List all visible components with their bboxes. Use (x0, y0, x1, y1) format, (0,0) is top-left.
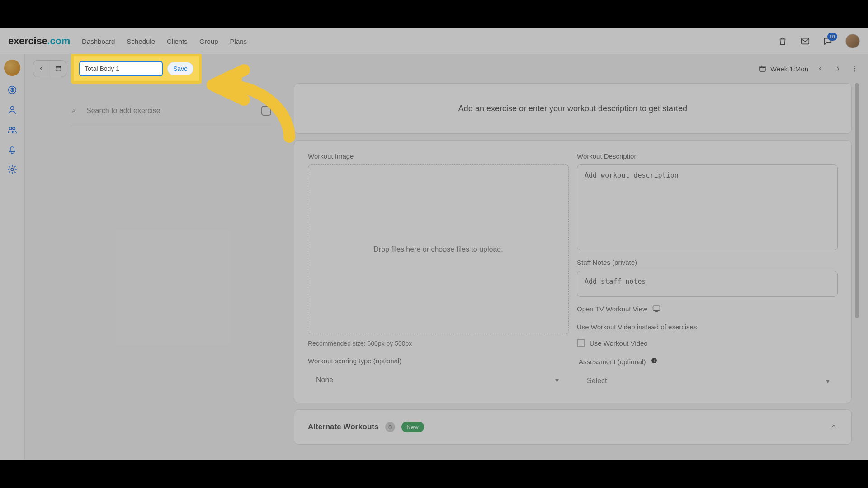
dropzone-text: Drop files here or choose files to uploa… (373, 245, 503, 253)
scoring-type-label: Workout scoring type (optional) (308, 357, 567, 365)
use-workout-video-label: Use Workout Video (590, 339, 648, 347)
rail-settings-icon[interactable] (6, 164, 18, 175)
workout-image-label: Workout Image (308, 152, 569, 160)
staff-notes-input[interactable] (577, 271, 838, 297)
svg-point-5 (11, 168, 14, 171)
assessment-select[interactable]: Select ▾ (579, 371, 838, 391)
staff-notes-label: Staff Notes (private) (577, 258, 838, 266)
top-navigation: exercise.com Dashboard Schedule Clients … (0, 28, 868, 54)
scoring-type-select[interactable]: None ▾ (308, 370, 567, 390)
svg-point-9 (854, 68, 855, 69)
exercise-search-pane: A Search to add exercise (25, 83, 285, 460)
use-workout-video-checkbox[interactable] (577, 339, 585, 347)
mail-icon[interactable] (800, 36, 810, 46)
scrollbar[interactable] (854, 83, 860, 460)
editor-toolbar: Save Week 1:Mon (25, 54, 868, 83)
alternate-count-badge: 0 (385, 422, 395, 432)
chat-icon[interactable]: 10 (823, 36, 833, 46)
scrollbar-thumb[interactable] (855, 83, 859, 318)
nav-clients[interactable]: Clients (167, 38, 188, 45)
sort-indicator: A (70, 108, 77, 114)
video-section-label: Use Workout Video instead of exercises (577, 323, 838, 331)
image-size-hint: Recommended size: 600px by 500px (308, 340, 569, 347)
prev-day-button[interactable] (33, 61, 50, 77)
intro-card: Add an exercise or enter your workout de… (294, 83, 852, 134)
svg-point-4 (13, 127, 15, 130)
rail-profile-icon[interactable] (6, 104, 18, 116)
workout-description-input[interactable] (577, 164, 838, 250)
svg-point-8 (854, 66, 855, 67)
alternate-workouts-title: Alternate Workouts (308, 422, 379, 432)
user-avatar[interactable] (845, 34, 860, 48)
svg-point-2 (10, 107, 14, 110)
new-badge: New (401, 422, 424, 432)
week-selector[interactable]: Week 1:Mon (759, 65, 808, 73)
nav-schedule[interactable]: Schedule (127, 38, 155, 45)
tv-view-label: Open TV Workout View (577, 305, 647, 313)
workout-details-card: Workout Image Drop files here or choose … (294, 140, 852, 403)
rail-billing-icon[interactable] (6, 84, 18, 96)
editor-body: A Search to add exercise Add an exercise… (25, 83, 860, 460)
svg-point-10 (854, 70, 855, 71)
workout-image-dropzone[interactable]: Drop files here or choose files to uploa… (308, 164, 569, 334)
save-button[interactable]: Save (167, 62, 193, 75)
shopping-bag-icon[interactable] (778, 36, 788, 46)
prev-week-button[interactable] (816, 64, 826, 74)
info-icon[interactable] (651, 357, 658, 364)
tv-icon[interactable] (652, 304, 661, 313)
svg-rect-6 (56, 66, 61, 71)
calendar-button[interactable] (50, 61, 66, 77)
rail-group-icon[interactable] (6, 124, 18, 136)
caret-down-icon: ▾ (555, 376, 559, 385)
alternate-workouts-card[interactable]: Alternate Workouts 0 New (294, 409, 852, 445)
scoring-type-value: None (316, 376, 333, 384)
workout-name-input[interactable] (79, 61, 163, 76)
intro-text: Add an exercise or enter your workout de… (458, 104, 687, 113)
add-exercise-button[interactable] (261, 106, 271, 116)
next-week-button[interactable] (833, 64, 843, 74)
brand-part2: .com (47, 35, 71, 47)
exercise-search-input[interactable]: Search to add exercise (86, 107, 252, 115)
nav-dashboard[interactable]: Dashboard (82, 38, 115, 45)
workout-name-highlight: Save (71, 54, 202, 84)
brand-logo[interactable]: exercise.com (8, 35, 70, 47)
week-label: Week 1:Mon (770, 65, 808, 73)
workout-description-label: Workout Description (577, 152, 838, 160)
caret-down-icon: ▾ (826, 377, 830, 385)
calendar-icon (759, 65, 767, 73)
assessment-value: Select (587, 377, 607, 385)
date-nav-pills (33, 60, 66, 77)
assessment-label: Assessment (optional) (579, 357, 838, 366)
svg-rect-7 (760, 66, 765, 71)
notification-badge: 10 (827, 33, 837, 41)
brand-part1: exercise (8, 35, 47, 47)
workout-form-pane: Add an exercise or enter your workout de… (294, 83, 860, 460)
more-menu-button[interactable] (850, 64, 860, 74)
rail-alerts-icon[interactable] (6, 144, 18, 155)
svg-point-3 (9, 127, 12, 130)
nav-plans[interactable]: Plans (230, 38, 247, 45)
nav-group[interactable]: Group (199, 38, 218, 45)
svg-rect-11 (653, 306, 660, 310)
chevron-up-icon[interactable] (830, 422, 838, 432)
left-rail (0, 54, 25, 460)
org-logo[interactable] (4, 60, 20, 76)
